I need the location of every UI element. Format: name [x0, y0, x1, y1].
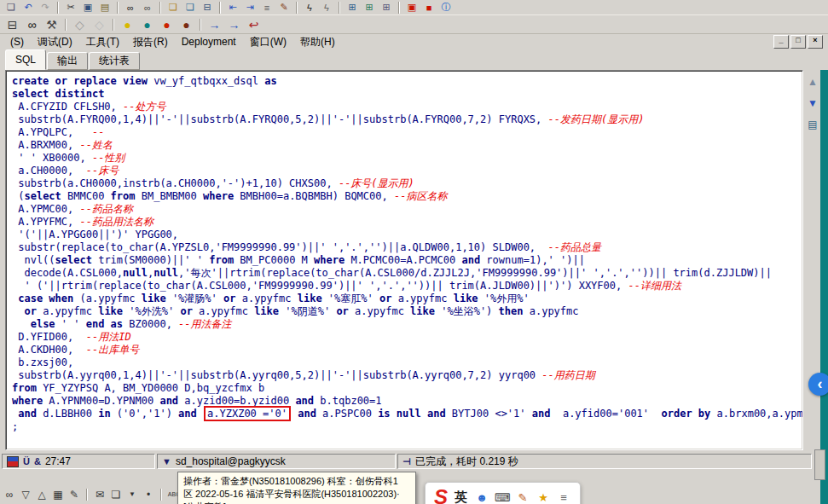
- text-block-icon[interactable]: ≡: [258, 1, 275, 14]
- tab-stats[interactable]: 统计表: [89, 52, 140, 70]
- indent-icon[interactable]: ⇥: [241, 1, 258, 14]
- ime-bar: S 英 ☻⌨✎★≡: [425, 482, 581, 504]
- sort-asc-icon[interactable]: △: [34, 487, 49, 501]
- code-text: '%阴道%': [279, 305, 336, 317]
- code-text: a.ypyfmc: [391, 293, 453, 304]
- breakpoint-off-icon[interactable]: ◇: [90, 16, 109, 32]
- sql-editor[interactable]: create or replace view vw_yf_qtbqxx_dsql…: [5, 70, 803, 450]
- code-line: A.YPYFMC, --药品用法名称: [12, 216, 802, 229]
- cut-icon[interactable]: ✂: [62, 1, 79, 14]
- code-comment: --: [92, 126, 104, 138]
- menu-item-window[interactable]: 窗口(W): [243, 34, 293, 50]
- undo-icon[interactable]: ↶: [20, 1, 37, 14]
- restore-icon[interactable]: □: [790, 35, 806, 49]
- ime-logo-icon[interactable]: S: [434, 487, 448, 504]
- code-text: a.ypyfmc: [523, 305, 578, 317]
- stop-record-icon[interactable]: ■: [420, 1, 437, 14]
- ime-pen-icon[interactable]: ✎: [515, 490, 530, 504]
- scroll-up-icon[interactable]: ▲: [806, 75, 819, 89]
- code-text: substrb(A.FYRQ00,1,4)||'-'||substrb(A.FY…: [12, 113, 548, 125]
- desktop-strip: [820, 70, 828, 504]
- find-icon[interactable]: ∞: [122, 1, 139, 14]
- find-small-icon[interactable]: ∞: [2, 487, 17, 501]
- bullet-icon[interactable]: •: [141, 487, 156, 501]
- connection-dropdown-icon[interactable]: ▼: [162, 456, 171, 466]
- run-red-icon[interactable]: ●: [157, 16, 177, 32]
- toolbar-separator: [65, 19, 67, 31]
- menu-item-deployment[interactable]: Deployment: [175, 35, 243, 49]
- copy-icon[interactable]: ▣: [79, 1, 96, 14]
- menu-item-report[interactable]: 报告(R): [126, 34, 175, 50]
- code-comment: --姓名: [79, 139, 112, 151]
- ime-menu-icon[interactable]: ≡: [556, 490, 571, 504]
- toolbar-row-1: ❏↶↷✂▣▤∞∞❏❏⊟⇤⇥≡✎ϟϟ⊞⊞⊞▣■ⓘ: [0, 0, 828, 15]
- ime-person-icon[interactable]: ☻: [474, 490, 489, 504]
- minimize-icon[interactable]: _: [773, 35, 789, 49]
- menu-item-tools[interactable]: 工具(T): [79, 34, 126, 50]
- tab-output[interactable]: 输出: [47, 52, 88, 70]
- scroll-down-icon[interactable]: ▼: [806, 96, 819, 110]
- code-text: create or replace view: [12, 75, 153, 87]
- new-document-icon[interactable]: ❏: [3, 1, 20, 14]
- run-dark-icon[interactable]: ●: [177, 16, 196, 32]
- hammer-icon[interactable]: ⚒: [42, 16, 61, 32]
- code-line: substrb(a.CH0000,instrb(a.CH0000,'-')+1,…: [12, 177, 802, 190]
- step-forward-icon[interactable]: →: [205, 16, 224, 32]
- code-line: ' ' XB0000, --性别: [12, 152, 802, 165]
- code-line: nvl((select trim(SM0000)||' ' from BM_PC…: [12, 254, 802, 267]
- ime-keyboard-icon[interactable]: ⌨: [495, 490, 510, 504]
- paste-icon[interactable]: ▤: [96, 1, 113, 14]
- tooltip-line-3: [公共宣教]: [183, 501, 410, 504]
- pencil-icon[interactable]: ✎: [67, 487, 82, 501]
- find-next-icon[interactable]: ∞: [139, 1, 156, 14]
- tab-sql[interactable]: SQL: [5, 49, 46, 70]
- table-list-icon[interactable]: ⊞: [378, 1, 395, 14]
- mdi-window-controls: _ □ ×: [773, 35, 823, 49]
- record-icon[interactable]: ▣: [403, 1, 420, 14]
- result-stack-icon[interactable]: ▤: [806, 118, 819, 131]
- ime-mode-toggle[interactable]: 英: [455, 490, 467, 504]
- code-text: is null: [378, 408, 421, 420]
- code-line: A.YPMC00, --药品名称: [12, 203, 802, 216]
- dropdown-icon[interactable]: ▼: [124, 487, 140, 501]
- menu-item-s[interactable]: (S): [3, 35, 31, 49]
- info-icon[interactable]: ⓘ: [437, 1, 455, 14]
- glasses-icon[interactable]: ∞: [22, 16, 42, 32]
- code-line: '('||A.YPGG00||')' YPGG00,: [12, 229, 802, 241]
- commit-icon[interactable]: ϟ: [301, 1, 318, 14]
- tab-bar: SQL 输出 统计表: [5, 49, 802, 70]
- connection-label[interactable]: sd_hospital@pagkyycsk: [176, 455, 286, 467]
- edit-text-icon[interactable]: ✎: [275, 1, 292, 14]
- grid-icon[interactable]: ▦: [50, 487, 66, 501]
- rollback-icon[interactable]: ϟ: [318, 1, 335, 14]
- close-icon[interactable]: ×: [808, 35, 823, 49]
- ime-skin-icon[interactable]: ★: [536, 490, 551, 504]
- table-icon[interactable]: ⊞: [344, 1, 361, 14]
- scrollbar-thumb[interactable]: [814, 449, 825, 480]
- open-file-icon[interactable]: ❏: [182, 1, 199, 14]
- step-over-icon[interactable]: →: [224, 16, 244, 32]
- new-file-icon[interactable]: ❏: [165, 1, 182, 14]
- table-edit-icon[interactable]: ⊞: [361, 1, 378, 14]
- code-text: or: [24, 305, 36, 317]
- toolbar-separator: [57, 2, 59, 14]
- code-line: case when (a.ypyfmc like '%灌肠%' or a.ypy…: [12, 293, 802, 305]
- outdent-icon[interactable]: ⇤: [224, 1, 241, 14]
- mail-icon[interactable]: ✉: [92, 487, 107, 501]
- code-comment: --药品用法名称: [79, 216, 153, 228]
- page-icon[interactable]: ❏: [108, 487, 124, 501]
- menu-item-debug[interactable]: 调试(D): [31, 34, 79, 50]
- run-teal-icon[interactable]: ●: [137, 16, 157, 32]
- code-comment: --用药日期: [541, 369, 594, 381]
- menu-item-help[interactable]: 帮助(H): [293, 34, 342, 50]
- redo-icon[interactable]: ↷: [37, 1, 54, 14]
- sort-desc-icon[interactable]: ▽: [18, 487, 33, 501]
- run-yellow-icon[interactable]: ●: [118, 16, 137, 32]
- save-file-icon[interactable]: ⊟: [199, 1, 216, 14]
- breakpoint-icon[interactable]: ◇: [70, 16, 90, 32]
- step-back-icon[interactable]: ↩: [244, 16, 263, 32]
- print-icon[interactable]: ⊟: [3, 16, 22, 32]
- code-text: ;: [12, 420, 18, 432]
- sidebar-toggle-fab[interactable]: ‹: [808, 373, 828, 396]
- code-line: b.zxsj00,: [12, 356, 802, 369]
